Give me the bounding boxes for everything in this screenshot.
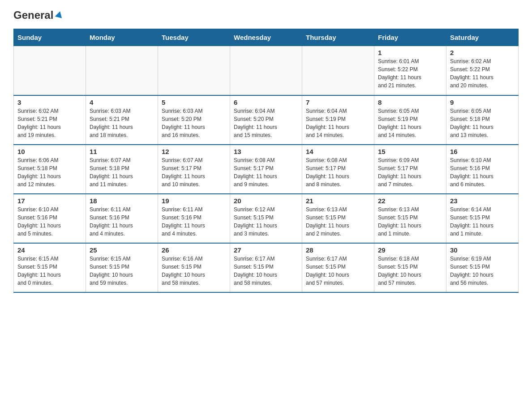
col-tuesday: Tuesday	[158, 29, 230, 46]
col-saturday: Saturday	[446, 29, 519, 46]
day-info: Sunrise: 6:14 AM Sunset: 5:15 PM Dayligh…	[450, 206, 515, 238]
calendar-cell: 24Sunrise: 6:15 AM Sunset: 5:15 PM Dayli…	[14, 243, 86, 292]
calendar-cell: 17Sunrise: 6:10 AM Sunset: 5:16 PM Dayli…	[14, 194, 86, 243]
calendar-cell: 5Sunrise: 6:03 AM Sunset: 5:20 PM Daylig…	[158, 95, 230, 145]
day-info: Sunrise: 6:03 AM Sunset: 5:21 PM Dayligh…	[90, 107, 154, 139]
day-info: Sunrise: 6:05 AM Sunset: 5:19 PM Dayligh…	[378, 107, 442, 139]
calendar-cell: 12Sunrise: 6:07 AM Sunset: 5:17 PM Dayli…	[158, 145, 230, 194]
calendar-cell: 14Sunrise: 6:08 AM Sunset: 5:17 PM Dayli…	[302, 145, 374, 194]
day-number: 18	[90, 197, 154, 205]
calendar-cell: 21Sunrise: 6:13 AM Sunset: 5:15 PM Dayli…	[302, 194, 374, 243]
day-number: 23	[450, 197, 515, 205]
day-info: Sunrise: 6:12 AM Sunset: 5:15 PM Dayligh…	[234, 206, 298, 238]
day-info: Sunrise: 6:10 AM Sunset: 5:16 PM Dayligh…	[450, 156, 515, 188]
day-number: 2	[450, 49, 515, 56]
calendar-cell: 8Sunrise: 6:05 AM Sunset: 5:19 PM Daylig…	[374, 95, 446, 145]
day-info: Sunrise: 6:07 AM Sunset: 5:18 PM Dayligh…	[90, 156, 154, 188]
calendar-cell	[86, 46, 158, 95]
day-info: Sunrise: 6:05 AM Sunset: 5:18 PM Dayligh…	[450, 107, 515, 139]
calendar-week-row: 3Sunrise: 6:02 AM Sunset: 5:21 PM Daylig…	[14, 95, 519, 145]
day-info: Sunrise: 6:08 AM Sunset: 5:17 PM Dayligh…	[306, 156, 370, 188]
day-number: 5	[162, 98, 226, 106]
calendar-cell: 15Sunrise: 6:09 AM Sunset: 5:17 PM Dayli…	[374, 145, 446, 194]
calendar-cell: 22Sunrise: 6:13 AM Sunset: 5:15 PM Dayli…	[374, 194, 446, 243]
day-info: Sunrise: 6:18 AM Sunset: 5:15 PM Dayligh…	[378, 255, 442, 287]
calendar-cell: 6Sunrise: 6:04 AM Sunset: 5:20 PM Daylig…	[230, 95, 302, 145]
calendar-cell	[230, 46, 302, 95]
day-number: 27	[234, 246, 298, 254]
col-thursday: Thursday	[302, 29, 374, 46]
day-info: Sunrise: 6:02 AM Sunset: 5:22 PM Dayligh…	[450, 57, 515, 90]
calendar-cell: 23Sunrise: 6:14 AM Sunset: 5:15 PM Dayli…	[446, 194, 519, 243]
calendar-cell: 7Sunrise: 6:04 AM Sunset: 5:19 PM Daylig…	[302, 95, 374, 145]
col-wednesday: Wednesday	[230, 29, 302, 46]
col-friday: Friday	[374, 29, 446, 46]
calendar-week-row: 1Sunrise: 6:01 AM Sunset: 5:22 PM Daylig…	[14, 46, 519, 95]
day-info: Sunrise: 6:15 AM Sunset: 5:15 PM Dayligh…	[90, 255, 154, 287]
calendar-cell: 25Sunrise: 6:15 AM Sunset: 5:15 PM Dayli…	[86, 243, 158, 292]
day-number: 11	[90, 148, 154, 155]
day-info: Sunrise: 6:04 AM Sunset: 5:20 PM Dayligh…	[234, 107, 298, 139]
day-number: 19	[162, 197, 226, 205]
day-info: Sunrise: 6:07 AM Sunset: 5:17 PM Dayligh…	[162, 156, 226, 188]
day-number: 1	[378, 49, 442, 56]
day-info: Sunrise: 6:10 AM Sunset: 5:16 PM Dayligh…	[17, 206, 82, 238]
day-info: Sunrise: 6:15 AM Sunset: 5:15 PM Dayligh…	[17, 255, 82, 287]
day-info: Sunrise: 6:02 AM Sunset: 5:21 PM Dayligh…	[17, 107, 82, 139]
day-number: 24	[17, 246, 82, 254]
calendar-cell: 4Sunrise: 6:03 AM Sunset: 5:21 PM Daylig…	[86, 95, 158, 145]
day-number: 12	[162, 148, 226, 155]
svg-marker-0	[55, 10, 64, 18]
calendar-header-row: Sunday Monday Tuesday Wednesday Thursday…	[14, 29, 519, 46]
calendar-cell: 19Sunrise: 6:11 AM Sunset: 5:16 PM Dayli…	[158, 194, 230, 243]
calendar-cell: 29Sunrise: 6:18 AM Sunset: 5:15 PM Dayli…	[374, 243, 446, 292]
calendar-cell: 26Sunrise: 6:16 AM Sunset: 5:15 PM Dayli…	[158, 243, 230, 292]
day-info: Sunrise: 6:11 AM Sunset: 5:16 PM Dayligh…	[90, 206, 154, 238]
day-info: Sunrise: 6:01 AM Sunset: 5:22 PM Dayligh…	[378, 57, 442, 90]
calendar-cell: 18Sunrise: 6:11 AM Sunset: 5:16 PM Dayli…	[86, 194, 158, 243]
day-number: 9	[450, 98, 515, 106]
calendar-cell: 9Sunrise: 6:05 AM Sunset: 5:18 PM Daylig…	[446, 95, 519, 145]
day-number: 20	[234, 197, 298, 205]
day-info: Sunrise: 6:16 AM Sunset: 5:15 PM Dayligh…	[162, 255, 226, 287]
page-header: General	[13, 9, 519, 20]
calendar-cell: 30Sunrise: 6:19 AM Sunset: 5:15 PM Dayli…	[446, 243, 519, 292]
calendar-table: Sunday Monday Tuesday Wednesday Thursday…	[13, 29, 519, 293]
logo: General	[13, 9, 64, 20]
day-number: 3	[17, 98, 82, 106]
day-number: 29	[378, 246, 442, 254]
calendar-cell: 16Sunrise: 6:10 AM Sunset: 5:16 PM Dayli…	[446, 145, 519, 194]
calendar-week-row: 24Sunrise: 6:15 AM Sunset: 5:15 PM Dayli…	[14, 243, 519, 292]
calendar-cell: 13Sunrise: 6:08 AM Sunset: 5:17 PM Dayli…	[230, 145, 302, 194]
day-number: 28	[306, 246, 370, 254]
day-info: Sunrise: 6:08 AM Sunset: 5:17 PM Dayligh…	[234, 156, 298, 188]
calendar-cell: 11Sunrise: 6:07 AM Sunset: 5:18 PM Dayli…	[86, 145, 158, 194]
logo-general-text: General	[13, 9, 53, 21]
day-number: 7	[306, 98, 370, 106]
day-number: 30	[450, 246, 515, 254]
day-number: 26	[162, 246, 226, 254]
calendar-cell: 10Sunrise: 6:06 AM Sunset: 5:18 PM Dayli…	[14, 145, 86, 194]
day-number: 17	[17, 197, 82, 205]
calendar-cell: 27Sunrise: 6:17 AM Sunset: 5:15 PM Dayli…	[230, 243, 302, 292]
day-number: 8	[378, 98, 442, 106]
logo-triangle-icon	[55, 10, 64, 21]
day-number: 6	[234, 98, 298, 106]
calendar-cell: 28Sunrise: 6:17 AM Sunset: 5:15 PM Dayli…	[302, 243, 374, 292]
calendar-cell: 1Sunrise: 6:01 AM Sunset: 5:22 PM Daylig…	[374, 46, 446, 95]
day-number: 25	[90, 246, 154, 254]
day-info: Sunrise: 6:13 AM Sunset: 5:15 PM Dayligh…	[306, 206, 370, 238]
calendar-cell: 3Sunrise: 6:02 AM Sunset: 5:21 PM Daylig…	[14, 95, 86, 145]
day-info: Sunrise: 6:06 AM Sunset: 5:18 PM Dayligh…	[17, 156, 82, 188]
calendar-cell	[158, 46, 230, 95]
calendar-cell: 20Sunrise: 6:12 AM Sunset: 5:15 PM Dayli…	[230, 194, 302, 243]
day-number: 15	[378, 148, 442, 155]
day-number: 21	[306, 197, 370, 205]
day-number: 16	[450, 148, 515, 155]
calendar-cell: 2Sunrise: 6:02 AM Sunset: 5:22 PM Daylig…	[446, 46, 519, 95]
day-number: 22	[378, 197, 442, 205]
day-number: 13	[234, 148, 298, 155]
calendar-week-row: 10Sunrise: 6:06 AM Sunset: 5:18 PM Dayli…	[14, 145, 519, 194]
day-info: Sunrise: 6:17 AM Sunset: 5:15 PM Dayligh…	[306, 255, 370, 287]
day-number: 14	[306, 148, 370, 155]
